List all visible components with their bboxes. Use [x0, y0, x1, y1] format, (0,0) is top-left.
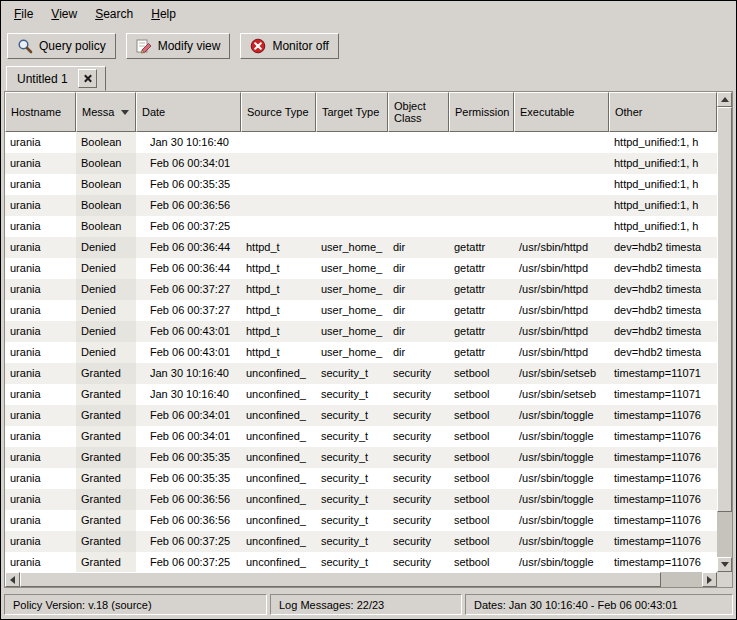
cell: Boolean [76, 216, 136, 237]
column-header-hostname[interactable]: Hostname [5, 92, 76, 132]
column-header-target-type[interactable]: Target Type [316, 92, 388, 132]
cell: security [388, 468, 449, 489]
cell: httpd_unified:1, h [609, 153, 717, 174]
table-row[interactable]: uraniaGrantedFeb 06 00:36:56unconfined_s… [5, 489, 717, 510]
column-header-source-type[interactable]: Source Type [241, 92, 316, 132]
column-header-date[interactable]: Date [136, 92, 241, 132]
cell: getattr [449, 342, 514, 363]
cell: Granted [76, 489, 136, 510]
table-row[interactable]: uraniaGrantedFeb 06 00:35:35unconfined_s… [5, 468, 717, 489]
table-row[interactable]: uraniaGrantedFeb 06 00:35:35unconfined_s… [5, 447, 717, 468]
table-row[interactable]: uraniaBooleanFeb 06 00:35:35httpd_unifie… [5, 174, 717, 195]
cell: /usr/sbin/setseb [514, 363, 609, 384]
table-row[interactable]: uraniaBooleanFeb 06 00:34:01httpd_unifie… [5, 153, 717, 174]
scroll-left-button[interactable] [5, 572, 20, 587]
cell: httpd_t [241, 279, 316, 300]
table-row[interactable]: uraniaDeniedFeb 06 00:37:27httpd_tuser_h… [5, 300, 717, 321]
cell: Boolean [76, 153, 136, 174]
cell: urania [5, 279, 76, 300]
table-row[interactable]: uraniaDeniedFeb 06 00:37:27httpd_tuser_h… [5, 279, 717, 300]
cell: dev=hdb2 timesta [609, 342, 717, 363]
cell: Granted [76, 363, 136, 384]
cell: Boolean [76, 195, 136, 216]
cell: setbool [449, 531, 514, 552]
vertical-scrollbar-trough[interactable] [717, 107, 732, 557]
tab-bar: Untitled 1 [1, 64, 736, 91]
cell: user_home_ [316, 321, 388, 342]
vertical-scrollbar[interactable] [717, 92, 732, 572]
cell: setbool [449, 447, 514, 468]
modify-view-button[interactable]: Modify view [126, 33, 231, 59]
cell: security [388, 426, 449, 447]
cell: dir [388, 258, 449, 279]
cell: security [388, 447, 449, 468]
menu-view[interactable]: View [42, 3, 86, 25]
horizontal-scrollbar-trough[interactable] [20, 572, 702, 587]
horizontal-scrollbar-thumb[interactable] [20, 572, 661, 587]
magnifier-icon [17, 38, 33, 54]
cell: dev=hdb2 timesta [609, 237, 717, 258]
table-row[interactable]: uraniaDeniedFeb 06 00:36:44httpd_tuser_h… [5, 237, 717, 258]
table-row[interactable]: uraniaGrantedFeb 06 00:34:01unconfined_s… [5, 426, 717, 447]
cell: security [388, 363, 449, 384]
cell: /usr/sbin/httpd [514, 321, 609, 342]
cell: setbool [449, 384, 514, 405]
monitor-off-button[interactable]: Monitor off [240, 33, 338, 59]
cell: security_t [316, 468, 388, 489]
table-row[interactable]: uraniaGrantedFeb 06 00:37:25unconfined_s… [5, 552, 717, 572]
column-header-messa[interactable]: Messa [76, 92, 136, 132]
horizontal-scrollbar[interactable] [5, 572, 717, 587]
table-row[interactable]: uraniaGrantedJan 30 10:16:40unconfined_s… [5, 384, 717, 405]
table-row[interactable]: uraniaBooleanFeb 06 00:36:56httpd_unifie… [5, 195, 717, 216]
menu-help[interactable]: Help [142, 3, 185, 25]
table-row[interactable]: uraniaBooleanFeb 06 00:37:25httpd_unifie… [5, 216, 717, 237]
cell: getattr [449, 279, 514, 300]
table-row[interactable]: uraniaDeniedFeb 06 00:43:01httpd_tuser_h… [5, 321, 717, 342]
cell: /usr/sbin/toggle [514, 510, 609, 531]
table-row[interactable]: uraniaGrantedFeb 06 00:37:25unconfined_s… [5, 531, 717, 552]
column-header-executable[interactable]: Executable [514, 92, 609, 132]
cell: getattr [449, 237, 514, 258]
column-header-other[interactable]: Other [609, 92, 717, 132]
vertical-scrollbar-thumb[interactable] [717, 107, 732, 512]
cell: unconfined_ [241, 447, 316, 468]
scroll-up-button[interactable] [717, 92, 732, 107]
cell: user_home_ [316, 300, 388, 321]
cell: setbool [449, 489, 514, 510]
menu-search[interactable]: Search [86, 3, 142, 25]
scroll-right-button[interactable] [702, 572, 717, 587]
cell: Granted [76, 552, 136, 572]
cell: setbool [449, 468, 514, 489]
tab-close-button[interactable] [78, 69, 97, 88]
cell [388, 174, 449, 195]
cell: Granted [76, 426, 136, 447]
table-row[interactable]: uraniaDeniedFeb 06 00:36:44httpd_tuser_h… [5, 258, 717, 279]
cell: Granted [76, 447, 136, 468]
scroll-down-button[interactable] [717, 557, 732, 572]
menu-file[interactable]: File [5, 3, 42, 25]
tab-untitled-1[interactable]: Untitled 1 [6, 66, 106, 91]
log-table: HostnameMessaDateSource TypeTarget TypeO… [4, 91, 733, 588]
table-row[interactable]: uraniaBooleanJan 30 10:16:40httpd_unifie… [5, 132, 717, 153]
column-header-object-class[interactable]: Object Class [388, 92, 449, 132]
cell: urania [5, 384, 76, 405]
table-row[interactable]: uraniaDeniedFeb 06 00:43:01httpd_tuser_h… [5, 342, 717, 363]
cell: Denied [76, 279, 136, 300]
cell: setbool [449, 510, 514, 531]
cell: httpd_t [241, 258, 316, 279]
cell [241, 153, 316, 174]
column-header-permission[interactable]: Permission [449, 92, 514, 132]
cell: setbool [449, 552, 514, 572]
cell: httpd_unified:1, h [609, 216, 717, 237]
cell: Feb 06 00:37:25 [136, 216, 241, 237]
query-policy-button[interactable]: Query policy [7, 33, 116, 59]
cell: Feb 06 00:34:01 [136, 426, 241, 447]
menu-bar: File View Search Help [1, 1, 736, 27]
table-row[interactable]: uraniaGrantedFeb 06 00:36:56unconfined_s… [5, 510, 717, 531]
table-row[interactable]: uraniaGrantedJan 30 10:16:40unconfined_s… [5, 363, 717, 384]
column-header-label: Object Class [394, 100, 443, 124]
cell: Granted [76, 384, 136, 405]
cell [449, 132, 514, 153]
table-row[interactable]: uraniaGrantedFeb 06 00:34:01unconfined_s… [5, 405, 717, 426]
cell: setbool [449, 426, 514, 447]
